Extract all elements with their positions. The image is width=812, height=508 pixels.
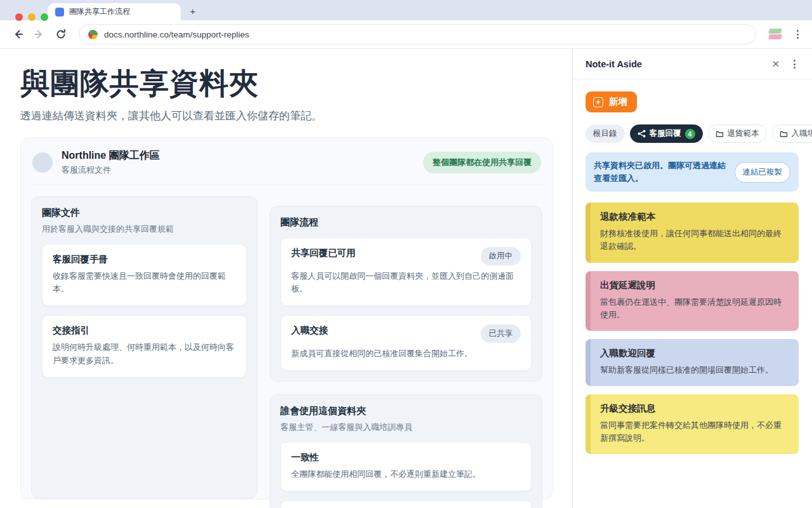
add-note-button[interactable]: 新增 <box>586 91 637 112</box>
sticky-note-green-icon <box>768 29 782 34</box>
process-item[interactable]: 入職交接 已共享 新成員可直接從相同的已核准回覆集合開始工作。 <box>280 315 532 371</box>
workspace-avatar <box>32 152 53 173</box>
workspace-name: Northline 團隊工作區 <box>62 149 160 163</box>
page-subtitle: 透過連結傳送資料夾，讓其他人可以查看並匯入你儲存的筆記。 <box>20 109 553 123</box>
plus-icon <box>593 97 603 107</box>
back-icon <box>12 29 23 40</box>
folder-chips: 根目錄 客服回覆 4 退貨範本 入職培訓 <box>586 124 799 143</box>
site-favicon-icon <box>88 30 98 39</box>
workspace-subtitle: 客服流程文件 <box>62 164 160 176</box>
workspace-card: Northline 團隊工作區 客服流程文件 整個團隊都在使用共享回覆 團隊文件… <box>20 137 553 499</box>
status-badge: 已共享 <box>481 324 521 343</box>
browser-tab[interactable]: 團隊共享工作流程 <box>48 3 181 20</box>
team-docs-panel: 團隊文件 用於客服入職與交接的共享回覆規範 客服回覆手冊 收錄客服需要快速且一致… <box>31 196 258 498</box>
team-docs-title: 團隊文件 <box>42 207 247 219</box>
reload-button[interactable] <box>52 25 70 43</box>
audience-item[interactable]: 一致性 全團隊都能使用相同回覆，不必逐則重新建立筆記。 <box>280 442 532 491</box>
share-icon <box>638 130 646 138</box>
chip-returns-templates[interactable]: 退貨範本 <box>708 124 767 143</box>
page-title: 與團隊共享資料夾 <box>20 65 553 102</box>
notes-list: 退款核准範本 財務核准後使用，讓任何同事都能送出相同的最終退款確認。 出貨延遲說… <box>586 203 799 454</box>
close-window-button[interactable] <box>15 13 23 21</box>
url-text: docs.northline.co/team/support-replies <box>104 30 249 39</box>
side-panel-header: Note-it Aside <box>573 49 811 79</box>
sticky-note-pink-icon <box>768 34 782 39</box>
browser-tab-strip: 團隊共享工作流程 + <box>0 0 812 20</box>
note-card[interactable]: 入職歡迎回覆 幫助新客服從同樣已核准的開場回覆開始工作。 <box>586 339 799 386</box>
address-bar[interactable]: docs.northline.co/team/support-replies <box>79 24 756 44</box>
audience-subtitle: 客服主管、一線客服與入職培訓專員 <box>280 422 532 433</box>
folder-icon <box>780 130 788 138</box>
audience-item[interactable]: 可直接匯入 每位同事都能查看共享資料夾，並把筆記匯入自己的工作流程。 <box>280 500 532 508</box>
chip-onboarding[interactable]: 入職培訓 <box>772 124 812 143</box>
team-docs-subtitle: 用於客服入職與交接的共享回覆規範 <box>42 224 247 235</box>
note-card[interactable]: 出貨延遲說明 當包裹仍在運送中、團隊需要清楚說明延遲原因時使用。 <box>586 271 799 331</box>
doc-item[interactable]: 客服回覆手冊 收錄客服需要快速且一致回覆時會使用的回覆範本。 <box>42 244 247 307</box>
doc-item[interactable]: 交接指引 說明何時升級處理、何時重用範本，以及何時向客戶要求更多資訊。 <box>42 315 247 378</box>
browser-toolbar: docs.northline.co/team/support-replies <box>0 20 812 49</box>
forward-icon <box>34 29 45 40</box>
note-card[interactable]: 退款核准範本 財務核准後使用，讓任何同事都能送出相同的最終退款確認。 <box>586 203 799 262</box>
audience-panel: 誰會使用這個資料夾 客服主管、一線客服與入職培訓專員 一致性 全團隊都能使用相同… <box>270 394 542 508</box>
shared-folder-banner: 共享資料夾已啟用。團隊可透過連結查看並匯入。 連結已複製 <box>586 152 799 192</box>
note-count-badge: 4 <box>685 129 695 139</box>
note-card[interactable]: 升級交接訊息 當同事需要把案件轉交給其他團隊時使用，不必重新撰寫說明。 <box>586 394 799 454</box>
reload-icon <box>55 29 67 40</box>
team-process-title: 團隊流程 <box>280 217 532 229</box>
workspace-status-badge: 整個團隊都在使用共享回覆 <box>423 152 541 173</box>
workspace-header: Northline 團隊工作區 客服流程文件 整個團隊都在使用共享回覆 <box>31 148 542 185</box>
window-controls[interactable] <box>15 13 48 21</box>
minimize-window-button[interactable] <box>28 13 36 21</box>
tab-favicon-icon <box>55 8 64 17</box>
side-panel-menu-button[interactable] <box>789 60 800 69</box>
folder-icon <box>716 130 724 138</box>
side-panel-title: Note-it Aside <box>586 59 642 69</box>
new-tab-button[interactable]: + <box>185 3 201 19</box>
browser-menu-button[interactable] <box>792 30 803 39</box>
team-process-panel: 團隊流程 共享回覆已可用 啟用中 客服人員可以開啟同一個回覆資料夾，並匯入到自己… <box>270 206 542 382</box>
chip-root-folder[interactable]: 根目錄 <box>586 124 625 143</box>
close-icon[interactable] <box>768 57 783 71</box>
forward-button[interactable] <box>30 25 48 43</box>
maximize-window-button[interactable] <box>41 13 48 21</box>
status-badge: 啟用中 <box>481 247 521 265</box>
process-item[interactable]: 共享回覆已可用 啟用中 客服人員可以開啟同一個回覆資料夾，並匯入到自己的側邊面板… <box>280 237 532 307</box>
extension-notes-icon[interactable] <box>769 29 783 40</box>
banner-text: 共享資料夾已啟用。團隊可透過連結查看並匯入。 <box>594 159 728 185</box>
page-content: 與團隊共享資料夾 透過連結傳送資料夾，讓其他人可以查看並匯入你儲存的筆記。 No… <box>0 49 573 508</box>
chip-support-replies[interactable]: 客服回覆 4 <box>630 124 703 143</box>
back-button[interactable] <box>9 25 27 43</box>
side-panel: Note-it Aside 新增 根目錄 客服回覆 4 退貨 <box>573 49 811 508</box>
tab-title: 團隊共享工作流程 <box>69 6 130 17</box>
audience-title: 誰會使用這個資料夾 <box>280 405 532 417</box>
link-copied-button[interactable]: 連結已複製 <box>735 162 791 183</box>
